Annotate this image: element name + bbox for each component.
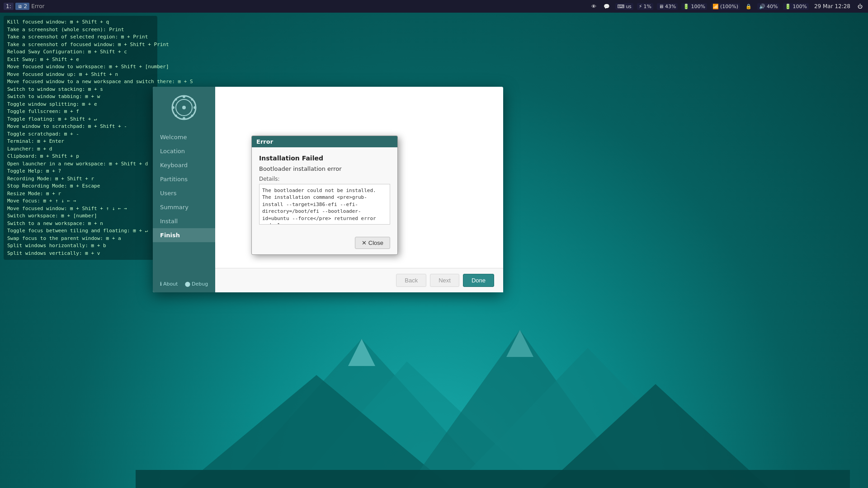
- workspace-indicator: 1: 🖥 2 Error: [4, 3, 44, 10]
- battery-icon: 🔋: [683, 4, 689, 9]
- desktop-landscape: [136, 294, 868, 488]
- error-details-text[interactable]: [259, 184, 390, 225]
- keyboard-stat: ⌨ us: [615, 3, 633, 10]
- message-icon[interactable]: 💬: [602, 3, 612, 10]
- shortcut-move-focus: Move focus: ⊞ + ↑ ↓ ← →: [7, 197, 154, 205]
- svg-point-17: [191, 99, 193, 101]
- shortcut-kill: Kill focused window: ⊞ + Shift + q: [7, 19, 154, 26]
- workspace-1[interactable]: 1:: [4, 3, 14, 10]
- shortcut-stacking: Switch to window stacking: ⊞ + s: [7, 86, 154, 94]
- shortcut-screenshot-whole: Take a screenshot (whole screen): Print: [7, 26, 154, 34]
- shortcut-move-ws: Move focused window to workspace: ⊞ + Sh…: [7, 63, 154, 71]
- shortcut-resize: Resize Mode: ⊞ + r: [7, 190, 154, 198]
- sidebar-item-install[interactable]: Install: [153, 214, 215, 228]
- svg-point-12: [183, 95, 185, 98]
- memory-icon: 🖥: [659, 4, 664, 9]
- error-dialog: Error Installation Failed Bootloader ins…: [251, 136, 398, 255]
- error-title: Installation Failed: [259, 155, 390, 162]
- shortcut-split-v: Split windows vertically: ⊞ + v: [7, 250, 154, 258]
- shortcut-exit: Exit Sway: ⊞ + Shift + e: [7, 56, 154, 64]
- volume-icon: 🔊: [759, 4, 765, 9]
- shortcut-clipboard: Clipboard: ⊞ + Shift + p: [7, 153, 154, 160]
- shortcuts-overlay: Kill focused window: ⊞ + Shift + q Take …: [4, 16, 157, 260]
- debug-button[interactable]: ⬤ Debug: [185, 281, 208, 287]
- back-button[interactable]: Back: [396, 274, 426, 287]
- svg-point-18: [175, 115, 177, 117]
- sidebar-item-keyboard[interactable]: Keyboard: [153, 158, 215, 172]
- shortcut-reload: Reload Sway Configuration: ⊞ + Shift + c: [7, 48, 154, 56]
- power-icon[interactable]: ⏻: [856, 3, 864, 10]
- shortcut-split-h: Split windows horizontally: ⊞ + b: [7, 242, 154, 250]
- info-icon: ℹ: [160, 281, 162, 287]
- about-button[interactable]: ℹ About: [160, 281, 178, 287]
- installer-action-buttons: Back Next Done: [215, 268, 503, 292]
- topbar-right: 👁 💬 ⌨ us ⚡ 1% 🖥 43% 🔋 100% 📶 (100%) 🔒 🔊 …: [590, 3, 868, 10]
- error-close-button[interactable]: ✕ Close: [355, 237, 390, 249]
- error-subtitle: Bootloader installation error: [259, 165, 390, 172]
- wifi-stat: 📶 (100%): [711, 3, 740, 10]
- sidebar-footer: ℹ About ⬤ Debug: [153, 279, 215, 289]
- shortcut-launcher-new-ws: Open launcher in a new workspace: ⊞ + Sh…: [7, 160, 154, 168]
- sidebar-item-location[interactable]: Location: [153, 144, 215, 158]
- battery2-icon: 🔋: [785, 4, 791, 9]
- shortcut-float: Toggle floating: ⊞ + Shift + ↵: [7, 116, 154, 123]
- svg-rect-8: [136, 470, 850, 488]
- sidebar-item-welcome[interactable]: Welcome: [153, 130, 215, 144]
- shortcut-switch-ws: Switch workspace: ⊞ + [number]: [7, 212, 154, 220]
- shortcut-move-window-dir: Move focused window: ⊞ + Shift + ↑ ↓ ← →: [7, 205, 154, 213]
- topbar: 1: 🖥 2 Error 👁 💬 ⌨ us ⚡ 1% 🖥 43% 🔋 100% …: [0, 0, 868, 13]
- cpu-stat: ⚡ 1%: [637, 3, 653, 10]
- sidebar-nav: Welcome Location Keyboard Partitions Use…: [153, 130, 215, 242]
- topbar-left: 1: 🖥 2 Error: [0, 3, 590, 10]
- error-dialog-footer: ✕ Close: [252, 233, 397, 254]
- svg-point-14: [172, 106, 175, 109]
- battery2-stat: 🔋 100%: [783, 3, 808, 10]
- shortcut-split: Toggle window splitting: ⊞ + e: [7, 101, 154, 108]
- sidebar-item-partitions[interactable]: Partitions: [153, 172, 215, 186]
- done-button[interactable]: Done: [463, 274, 494, 287]
- cpu-icon: ⚡: [639, 4, 642, 9]
- shortcut-fullscreen: Toggle fullscreen: ⊞ + f: [7, 108, 154, 116]
- svg-point-16: [175, 99, 177, 101]
- shortcut-parent: Swap focus to the parent window: ⊞ + a: [7, 235, 154, 243]
- shortcut-screenshot-focused: Take a screenshot of focused window: ⊞ +…: [7, 41, 154, 49]
- shortcut-launcher: Launcher: ⊞ + d: [7, 145, 154, 153]
- lock-icon[interactable]: 🔒: [744, 3, 754, 10]
- workspace-2-icon: 🖥: [18, 4, 22, 9]
- battery-stat: 🔋 100%: [681, 3, 707, 10]
- volume-stat: 🔊 40%: [757, 3, 779, 10]
- shortcut-toggle-float-focus: Toggle focus between tiling and floating…: [7, 227, 154, 235]
- svg-point-19: [191, 115, 193, 117]
- window-title-label: Error: [31, 3, 44, 9]
- shortcut-switch-new-ws: Switch to a new workspace: ⊞ + n: [7, 220, 154, 228]
- workspace-2[interactable]: 🖥 2: [15, 3, 29, 10]
- svg-point-15: [193, 106, 196, 109]
- shortcut-screenshot-region: Take a screenshot of selected region: ⊞ …: [7, 33, 154, 41]
- memory-stat: 🖥 43%: [657, 3, 678, 10]
- svg-point-11: [182, 106, 186, 109]
- error-titlebar-label: Error: [256, 138, 273, 145]
- svg-point-13: [183, 117, 185, 120]
- shortcut-move-up: Move focused window up: ⊞ + Shift + n: [7, 71, 154, 79]
- keyboard-icon: ⌨: [617, 4, 624, 9]
- shortcut-tabbing: Switch to window tabbing: ⊞ + w: [7, 93, 154, 101]
- sidebar-item-users[interactable]: Users: [153, 186, 215, 200]
- wifi-icon: 📶: [712, 4, 719, 9]
- error-dialog-body: Installation Failed Bootloader installat…: [252, 147, 397, 233]
- clock: 29 Mar 12:28: [812, 3, 852, 9]
- shortcut-terminal: Terminal: ⊞ + Enter: [7, 138, 154, 145]
- error-dialog-titlebar: Error: [252, 136, 397, 147]
- shortcut-help: Toggle Help: ⊞ + ?: [7, 168, 154, 175]
- error-details-label: Details:: [259, 176, 390, 182]
- installer-sidebar: Welcome Location Keyboard Partitions Use…: [153, 87, 215, 292]
- shortcut-recording: Recording Mode: ⊞ + Shift + r: [7, 175, 154, 183]
- sidebar-item-finish[interactable]: Finish: [153, 228, 215, 242]
- shortcut-stop-recording: Stop Recording Mode: ⊞ + Escape: [7, 183, 154, 190]
- sidebar-item-summary[interactable]: Summary: [153, 200, 215, 214]
- shortcut-scratchpad-toggle: Toggle scratchpad: ⊞ + -: [7, 131, 154, 138]
- debug-icon: ⬤: [185, 281, 190, 287]
- next-button[interactable]: Next: [430, 274, 459, 287]
- eye-icon[interactable]: 👁: [590, 3, 598, 10]
- installer-logo: [170, 94, 198, 121]
- shortcut-scratchpad-move: Move window to scratchpad: ⊞ + Shift + -: [7, 123, 154, 131]
